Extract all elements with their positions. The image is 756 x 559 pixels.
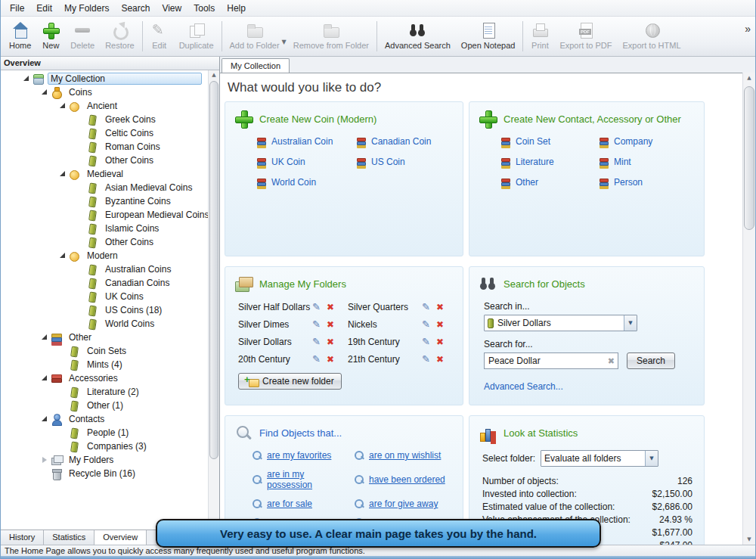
advanced-search-link[interactable]: Advanced Search... — [484, 381, 563, 392]
delete-icon[interactable]: ✖ — [436, 319, 444, 330]
tree-item-world-coins[interactable]: World Coins — [1, 317, 208, 331]
delete-icon[interactable]: ✖ — [327, 337, 334, 347]
link-are-for-sale[interactable]: are for sale — [252, 498, 351, 509]
link-person[interactable]: Person — [599, 177, 694, 188]
link-other[interactable]: Other — [500, 177, 596, 188]
expander-icon[interactable] — [40, 415, 51, 424]
expander-icon[interactable] — [40, 88, 51, 97]
main-scrollbar[interactable]: ▲ ▼ — [742, 73, 755, 545]
link-are-for-give-away[interactable]: are for give away — [354, 498, 453, 509]
scroll-down-icon[interactable]: ▼ — [743, 536, 755, 542]
scrollbar-thumb[interactable] — [209, 81, 218, 459]
chevron-down-icon[interactable]: ▼ — [645, 451, 658, 466]
toolbar-button-home[interactable]: Home — [4, 18, 36, 54]
tree-item-accessories[interactable]: Accessories — [1, 371, 208, 385]
tree-item-mints-4[interactable]: Mints (4) — [1, 358, 208, 371]
tree-item-coins[interactable]: Coins — [1, 85, 208, 99]
link-are-my-favorites[interactable]: are my favorites — [252, 450, 351, 461]
link-are-on-my-wishlist[interactable]: are on my wishlist — [354, 450, 453, 461]
link-company[interactable]: Company — [599, 136, 694, 147]
edit-icon[interactable]: ✎ — [312, 353, 321, 365]
tree-item-australian-coins[interactable]: Australian Coins — [1, 262, 208, 276]
toolbar-button-remove-from-folder[interactable]: Remove from Folder — [288, 18, 374, 54]
link-coin-set[interactable]: Coin Set — [500, 136, 596, 147]
link-uk-coin[interactable]: UK Coin — [256, 157, 353, 167]
toolbar-button-open-notepad[interactable]: Open Notepad — [456, 18, 521, 54]
expander-icon[interactable] — [40, 455, 51, 464]
tree-item-ancient[interactable]: Ancient — [1, 99, 208, 113]
expander-icon[interactable] — [22, 74, 33, 83]
edit-icon[interactable]: ✎ — [312, 336, 321, 347]
tree-item-byzantine-coins[interactable]: Byzantine Coins — [1, 194, 208, 208]
scrollbar-thumb[interactable] — [744, 86, 754, 230]
link-are-in-my-possession[interactable]: are in my possession — [252, 469, 351, 490]
link-mint[interactable]: Mint — [599, 157, 694, 167]
tree-item-other-coins[interactable]: Other Coins — [1, 154, 208, 167]
toolbar-button-export-to-html[interactable]: Export to HTML — [617, 18, 686, 54]
menu-item-file[interactable]: File — [4, 1, 30, 16]
toolbar-button-export-to-pdf[interactable]: Export to PDF — [554, 18, 617, 54]
chevron-down-icon[interactable]: ▼ — [624, 315, 637, 331]
tree-item-coin-sets[interactable]: Coin Sets — [1, 344, 208, 358]
tree-item-contacts[interactable]: Contacts — [1, 412, 208, 426]
tree-item-other-1[interactable]: Other (1) — [1, 399, 208, 412]
edit-icon[interactable]: ✎ — [312, 318, 321, 330]
create-new-folder-button[interactable]: Create new folder — [238, 373, 342, 390]
scroll-up-icon[interactable]: ▲ — [743, 75, 755, 81]
toolbar-button-add-to-folder[interactable]: Add to Folder — [225, 18, 285, 54]
expander-icon[interactable] — [58, 169, 69, 179]
edit-icon[interactable]: ✎ — [312, 301, 321, 312]
expander-icon[interactable] — [58, 101, 69, 110]
delete-icon[interactable]: ✖ — [436, 337, 444, 347]
menu-item-edit[interactable]: Edit — [30, 1, 58, 16]
toolbar-overflow-button[interactable]: » — [745, 23, 751, 35]
edit-icon[interactable]: ✎ — [422, 318, 430, 330]
tree-item-celtic-coins[interactable]: Celtic Coins — [1, 126, 208, 140]
delete-icon[interactable]: ✖ — [327, 354, 334, 365]
tree-item-people-1[interactable]: People (1) — [1, 426, 208, 439]
delete-icon[interactable]: ✖ — [327, 319, 334, 330]
tree-item-literature-2[interactable]: Literature (2) — [1, 385, 208, 399]
tree-item-my-collection[interactable]: My Collection — [1, 72, 208, 85]
search-input[interactable]: Peace Dollar ✖ — [484, 352, 618, 369]
tree-item-canadian-coins[interactable]: Canadian Coins — [1, 276, 208, 290]
sidebar-tab-history[interactable]: History — [1, 530, 44, 545]
toolbar-button-duplicate[interactable]: Duplicate — [174, 18, 219, 54]
tree-item-modern[interactable]: Modern — [1, 249, 208, 262]
sidebar-tab-overview[interactable]: Overview — [94, 530, 147, 545]
tab-my-collection[interactable]: My Collection — [222, 58, 290, 73]
delete-icon[interactable]: ✖ — [436, 354, 444, 365]
menu-item-my-folders[interactable]: My Folders — [58, 1, 115, 16]
link-canadian-coin[interactable]: Canadian Coin — [356, 136, 453, 147]
menu-item-tools[interactable]: Tools — [187, 1, 221, 16]
tree-item-uk-coins[interactable]: UK Coins — [1, 290, 208, 303]
link-literature[interactable]: Literature — [500, 157, 596, 167]
tree-item-greek-coins[interactable]: Greek Coins — [1, 113, 208, 126]
toolbar-button-delete[interactable]: Delete — [65, 18, 100, 54]
toolbar-button-edit[interactable]: Edit — [145, 18, 174, 54]
delete-icon[interactable]: ✖ — [327, 302, 334, 312]
menu-item-view[interactable]: View — [156, 1, 187, 16]
search-button[interactable]: Search — [627, 352, 675, 369]
tree-item-my-folders[interactable]: My Folders — [1, 453, 208, 467]
menu-item-search[interactable]: Search — [115, 1, 156, 16]
link-australian-coin[interactable]: Australian Coin — [256, 136, 353, 147]
toolbar-button-advanced-search[interactable]: Advanced Search — [380, 18, 456, 54]
chevron-down-icon[interactable]: ▼ — [282, 39, 287, 45]
select-folder-dropdown[interactable]: Evaluate all folders ▼ — [541, 450, 658, 467]
edit-icon[interactable]: ✎ — [422, 353, 430, 365]
link-us-coin[interactable]: US Coin — [356, 157, 453, 167]
tree-item-islamic-coins[interactable]: Islamic Coins — [1, 222, 208, 235]
search-in-dropdown[interactable]: Silver Dollars ▼ — [484, 315, 637, 331]
tree-item-us-coins-18[interactable]: US Coins (18) — [1, 303, 208, 317]
tree-item-medieval[interactable]: Medieval — [1, 167, 208, 181]
expander-icon[interactable] — [40, 374, 51, 383]
edit-icon[interactable]: ✎ — [422, 301, 430, 312]
tree-item-companies-3[interactable]: Companies (3) — [1, 439, 208, 453]
tree-item-asian-medieval-coins[interactable]: Asian Medieval Coins — [1, 181, 208, 194]
toolbar-button-restore[interactable]: Restore — [100, 18, 140, 54]
tree-item-recycle-bin-16[interactable]: Recycle Bin (16) — [1, 467, 208, 480]
toolbar-button-print[interactable]: Print — [525, 18, 554, 54]
link-have-been-ordered[interactable]: have been ordered — [354, 469, 453, 490]
tree-item-european-medieval-coins[interactable]: European Medieval Coins — [1, 208, 208, 222]
